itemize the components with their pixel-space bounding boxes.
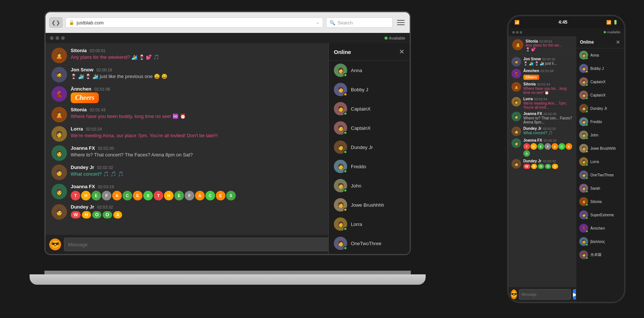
list-item[interactable]: 🧑 OneTwoThree [329, 234, 410, 253]
status-indicator [343, 131, 347, 135]
online-name: John [351, 183, 361, 189]
letter-bubble: F [102, 191, 111, 200]
phone-avatar: 🧔 [511, 57, 521, 67]
phone-message-input[interactable] [519, 289, 571, 300]
search-bar[interactable]: 🔍 Search [326, 17, 393, 28]
list-item[interactable]: 👩 Lorra [576, 155, 624, 168]
list-item[interactable]: 🧑 Dundey Jr [576, 102, 624, 115]
app-window: Available 🙎 Sitonia 02:00:01 [46, 33, 410, 254]
laptop-base [30, 274, 426, 285]
msg-name: Sitonia [71, 48, 87, 53]
laptop-screen: ❮❯ 🔒 justblab.com → 🔍 Search [44, 11, 411, 255]
list-item[interactable]: 👩 Sarah [329, 253, 410, 254]
battery-icon: 🔋 [613, 20, 618, 25]
available-badge: Available [385, 36, 405, 40]
list-item[interactable]: 👩 Sarah [576, 182, 624, 195]
online-avatar: 🧑 [334, 102, 347, 115]
close-online-button[interactable]: ✕ [399, 48, 405, 56]
phone-status-dot [586, 97, 588, 99]
emoji-button[interactable]: 😎 [49, 238, 61, 250]
list-item[interactable]: 🧑 CaptainX [576, 88, 624, 102]
p-letter-bubble: H [530, 143, 537, 150]
phone-status-dot [586, 110, 588, 113]
list-item[interactable]: 🧑 光卓陽 [576, 248, 624, 261]
p-letter-bubble: A [551, 143, 558, 150]
list-item[interactable]: 💃 Ännchen [576, 221, 624, 235]
msg-name: Lorra [71, 126, 83, 132]
list-item[interactable]: 🧑 Dundey Jr [329, 138, 410, 157]
list-item[interactable]: 🧑 SuperExtreme [576, 208, 624, 221]
p-msg-name: Joanna FX [523, 138, 542, 142]
p-msg-name: Sitonia [523, 82, 536, 86]
list-item[interactable]: 🧑 John [329, 176, 410, 195]
search-placeholder: Search [338, 20, 353, 26]
online-list[interactable]: 👩 Anna 🧑 Bobby J [329, 61, 410, 254]
phone-messages-list[interactable]: 🧔 Jon Snow 02:00:16 🍷 🏄 🍷 🏄 just li... 💃 [509, 55, 576, 287]
go-button[interactable]: → [315, 20, 320, 26]
phone-online-name: Jowe Brushhhh [590, 146, 616, 150]
p-msg-header: Joanna FX 02:03:19 [523, 138, 573, 142]
phone-status-dot [586, 257, 588, 259]
list-item[interactable]: 🧑 Jowe Brushhhh [576, 142, 624, 155]
phone-avatar: 🙎 [511, 82, 521, 92]
list-item[interactable]: 👩 Anna [329, 61, 410, 80]
browser-chrome: ❮❯ 🔒 justblab.com → 🔍 Search [46, 12, 410, 33]
p-msg-header: Jon Snow 02:00:16 [523, 57, 573, 61]
phone-avatar: 🧑 [511, 159, 521, 169]
laptop-device: ❮❯ 🔒 justblab.com → 🔍 Search [44, 11, 437, 292]
list-item[interactable]: 👩 Lorra [329, 214, 410, 234]
list-item[interactable]: 🧑 OneTwoThree [576, 168, 624, 182]
status-indicator [343, 227, 347, 231]
menu-button[interactable] [396, 17, 406, 28]
p-msg-name: Jon Snow [523, 57, 541, 61]
phone-online-title: Online [580, 40, 594, 45]
list-item[interactable]: 🙎 Sitonia [576, 195, 624, 208]
phone-online-name: Dundey Jr [590, 106, 607, 111]
phone-status-dot [586, 57, 588, 60]
letter-bubble: H [164, 191, 174, 200]
list-item[interactable]: 🧑 Freddo [329, 157, 410, 176]
phone-close-button[interactable]: ✕ [616, 39, 620, 45]
list-item: 👩 Lorra 02:02:24 We're meeting Ann... 7p… [511, 97, 573, 109]
p-msg-content: Joanna FX 02:03:19 T H E F A C E [523, 138, 573, 157]
list-item[interactable]: 🧑 Bobby J [329, 80, 410, 99]
list-item[interactable]: 🧑 Jowe Brushhhh [329, 195, 410, 214]
phone-status-dot [586, 150, 588, 153]
phone-send-button[interactable]: ▶ [573, 289, 576, 300]
list-item: 👩 Joanna FX 02:02:30 Where to? That con.… [511, 112, 573, 124]
phone-status-dot [586, 217, 588, 219]
phone-time: 4:45 [559, 20, 567, 25]
phone-msg-content: Sitonia 02:00:01 Any plans for the we...… [526, 39, 572, 51]
list-item[interactable]: 🧑 Bobby J [576, 62, 624, 75]
letter-bubble: S [143, 191, 153, 200]
list-item[interactable]: 👩 Anna [576, 48, 624, 62]
avatar: 👩 [51, 184, 67, 199]
online-indicator [385, 37, 388, 40]
p-msg-content: Joanna FX 02:02:30 Where to? That con...… [523, 112, 573, 124]
list-item[interactable]: 🧑 John [576, 128, 624, 142]
msg-name: Ännchen [71, 86, 91, 92]
phone-online-avatar: 👩 [579, 184, 588, 193]
letter-bubble: E [174, 191, 184, 200]
p-msg-time: 02:02:32 [543, 127, 556, 131]
msg-name: Joanna FX [71, 145, 95, 151]
phone-dot-2 [516, 31, 519, 34]
list-item[interactable]: 🧑 CaptainX [329, 118, 410, 138]
phone-emoji-button[interactable]: 😎 [511, 290, 517, 299]
phone-online-header: Online ✕ [576, 36, 624, 48]
online-avatar: 🧑 [334, 198, 347, 212]
phone-available-text: Available [607, 30, 620, 34]
phone-online-list[interactable]: 👩 Anna 🧑 Bobby J 🧑 Capta [576, 48, 624, 302]
phone-avatar: 🧑 [511, 126, 521, 136]
list-item[interactable]: 🧑 CaptainX [576, 75, 624, 88]
list-item[interactable]: 🧑 CaptainX [329, 99, 410, 118]
url-text: justblab.com [77, 20, 313, 26]
list-item[interactable]: 🧑 Freddo [576, 115, 624, 128]
url-bar[interactable]: 🔒 justblab.com → [66, 17, 323, 28]
phone-avatar: 👩 [511, 138, 521, 148]
p-msg-time: 02:03:32 [543, 159, 556, 163]
list-item[interactable]: 🧑 βασιλεύς [576, 235, 624, 248]
phone-online-name: Sarah [590, 186, 600, 190]
back-forward-button[interactable]: ❮❯ [49, 17, 63, 28]
p-whooa-bubble: W [523, 164, 530, 169]
